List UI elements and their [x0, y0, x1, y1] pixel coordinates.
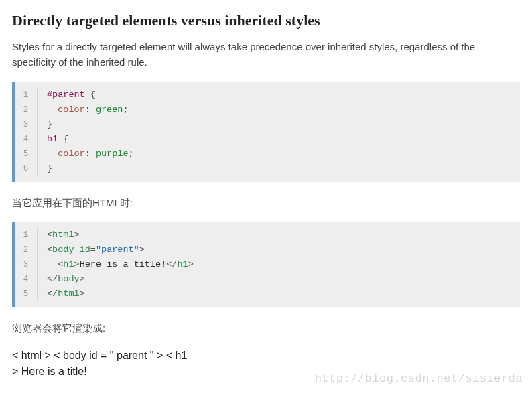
token-tag: h1 — [177, 259, 188, 269]
code-line: 3} — [15, 117, 520, 132]
code-line: 5</html> — [15, 287, 520, 301]
line-number: 6 — [15, 161, 38, 176]
code-content: h1 { — [38, 132, 68, 147]
line-number: 5 — [15, 147, 38, 161]
token-tag: html — [58, 289, 79, 299]
code-line: 2 color: green; — [15, 102, 520, 117]
token-punct: < — [47, 245, 52, 255]
rendered-as-label: 浏览器会将它渲染成: — [12, 320, 520, 336]
intro-paragraph: Styles for a directly targeted element w… — [12, 39, 520, 70]
token-punct: </ — [47, 289, 58, 299]
token-tag: body — [52, 245, 74, 255]
token-punct: > — [80, 289, 85, 299]
token-punct: > — [74, 259, 80, 269]
token-attrval: "parent" — [96, 245, 139, 255]
token-punct: { — [58, 134, 68, 144]
token-selector: #parent — [47, 90, 85, 100]
line-number: 5 — [15, 287, 38, 301]
token-text — [47, 149, 58, 159]
token-punct: > — [80, 274, 85, 284]
code-line: 4h1 { — [15, 132, 520, 147]
token-punct: ; — [123, 105, 128, 115]
code-content: } — [38, 161, 52, 176]
code-content: color: green; — [38, 102, 129, 117]
token-attrname: id — [80, 245, 90, 255]
code-content: color: purple; — [38, 147, 134, 161]
rendered-line-2: > Here is a title! — [12, 364, 520, 380]
code-line: 2<body id="parent"> — [15, 242, 520, 257]
code-content: #parent { — [38, 88, 96, 102]
token-punct: : — [85, 105, 96, 115]
line-number: 2 — [15, 102, 38, 117]
token-prop: color — [58, 149, 85, 159]
token-punct: ; — [129, 149, 134, 159]
token-value: purple — [96, 149, 129, 159]
code-line: 4</body> — [15, 272, 520, 287]
token-punct: } — [47, 119, 52, 129]
token-punct: > — [139, 245, 145, 255]
line-number: 4 — [15, 272, 38, 287]
token-punct: </ — [166, 259, 177, 269]
token-punct: > — [188, 259, 194, 269]
line-number: 3 — [15, 257, 38, 272]
token-text — [47, 259, 58, 269]
code-content: </html> — [38, 287, 85, 301]
code-line: 1#parent { — [15, 88, 520, 102]
token-punct: > — [74, 230, 80, 240]
html-code-block: 1<html>2<body id="parent">3 <h1>Here is … — [12, 222, 520, 307]
token-punct: : — [85, 149, 96, 159]
code-content: </body> — [38, 272, 85, 287]
token-text — [47, 105, 58, 115]
css-code-block: 1#parent {2 color: green;3}4h1 {5 color:… — [12, 82, 520, 182]
code-content: <body id="parent"> — [38, 242, 145, 257]
rendered-output: < html > < body id = " parent " > < h1 >… — [12, 348, 520, 380]
line-number: 1 — [15, 228, 38, 242]
token-tag: body — [58, 274, 79, 284]
code-content: } — [38, 117, 52, 132]
token-text: Here is a title! — [80, 259, 167, 269]
token-tag: html — [52, 230, 74, 240]
applied-to-html-label: 当它应用在下面的HTML时: — [12, 195, 520, 210]
line-number: 3 — [15, 117, 38, 132]
code-line: 1<html> — [15, 228, 520, 242]
token-punct: { — [85, 90, 96, 100]
code-content: <html> — [38, 228, 80, 242]
token-tag: h1 — [63, 259, 74, 269]
line-number: 1 — [15, 88, 38, 102]
rendered-line-1: < html > < body id = " parent " > < h1 — [12, 348, 520, 364]
code-line: 6} — [15, 161, 520, 176]
section-heading: Directly targeted elements versus inheri… — [12, 12, 520, 29]
code-content: <h1>Here is a title!</h1> — [38, 257, 194, 272]
token-punct: </ — [47, 274, 58, 284]
code-line: 3 <h1>Here is a title!</h1> — [15, 257, 520, 272]
token-value: green — [96, 105, 123, 115]
line-number: 4 — [15, 132, 38, 147]
token-selector: h1 — [47, 134, 58, 144]
token-punct: < — [47, 230, 52, 240]
token-punct: = — [90, 245, 96, 255]
code-line: 5 color: purple; — [15, 147, 520, 161]
token-prop: color — [58, 105, 85, 115]
token-text — [74, 245, 80, 255]
line-number: 2 — [15, 242, 38, 257]
token-punct: } — [47, 163, 52, 174]
